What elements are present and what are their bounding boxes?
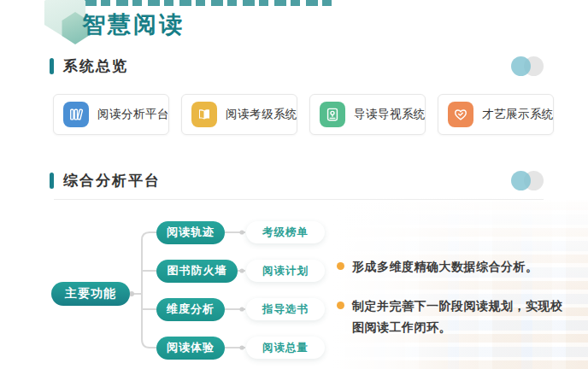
annotation-item: 制定并完善下一阶段阅读规划，实现校图阅读工作闭环。	[337, 296, 574, 338]
mindmap-sub-node: 考级榜单	[246, 221, 325, 243]
mindmap-branch-node: 阅读轨迹	[156, 221, 225, 244]
overview-card-row: 阅读分析平台 阅读考级系统 导读导视系统	[53, 94, 554, 135]
section-platform-title: 综合分析平台	[63, 171, 161, 190]
page: 智慧阅读 系统总览 阅读分析平台 阅读考级系统	[0, 0, 588, 369]
annotation-text: 制定并完善下一阶段阅读规划，实现校图阅读工作闭环。	[352, 296, 574, 338]
section-overview-title: 系统总览	[63, 56, 128, 76]
bullet-dot-icon	[337, 262, 344, 270]
card-label: 阅读分析平台	[97, 107, 169, 122]
book-pin-icon	[320, 102, 345, 127]
bullet-dot-icon	[337, 302, 344, 309]
mindmap-branch-node: 图书防火墙	[156, 260, 238, 283]
card-label: 才艺展示系统	[482, 107, 554, 122]
open-book-icon	[191, 102, 217, 127]
platform-circles-icon[interactable]	[511, 171, 544, 190]
heart-check-icon	[448, 102, 473, 127]
section-accent-bar	[50, 173, 54, 189]
page-title: 智慧阅读	[82, 9, 185, 40]
mindmap-root-node: 主要功能	[51, 282, 130, 306]
books-icon	[63, 102, 89, 127]
annotation-item: 形成多维度精确大数据综合分析。	[337, 256, 574, 278]
card-label: 导读导视系统	[354, 107, 426, 122]
card-reading-analysis[interactable]: 阅读分析平台	[53, 94, 169, 135]
mindmap-sub-node: 阅读计划	[246, 260, 325, 282]
annotation-list: 形成多维度精确大数据综合分析。 制定并完善下一阶段阅读规划，实现校图阅读工作闭环…	[337, 256, 574, 356]
overview-circles-icon[interactable]	[511, 56, 544, 76]
card-label: 阅读考级系统	[226, 107, 297, 122]
section-overview-header: 系统总览	[50, 56, 128, 76]
mindmap-sub-node: 阅读总量	[246, 337, 325, 359]
card-guided-reading[interactable]: 导读导视系统	[309, 94, 426, 135]
section-platform-header: 综合分析平台	[50, 171, 161, 190]
annotation-text: 形成多维度精确大数据综合分析。	[352, 256, 538, 278]
circle-teal	[511, 171, 531, 190]
circle-teal	[511, 56, 531, 76]
mindmap-branch-node: 维度分析	[156, 298, 225, 321]
mindmap-branch-node: 阅读体验	[156, 337, 225, 360]
mindmap-sub-node: 指导选书	[246, 298, 325, 320]
card-talent-show[interactable]: 才艺展示系统	[438, 94, 554, 135]
clipped-top-text	[85, 0, 334, 6]
card-reading-grading[interactable]: 阅读考级系统	[181, 94, 297, 135]
section-accent-bar	[50, 58, 54, 74]
